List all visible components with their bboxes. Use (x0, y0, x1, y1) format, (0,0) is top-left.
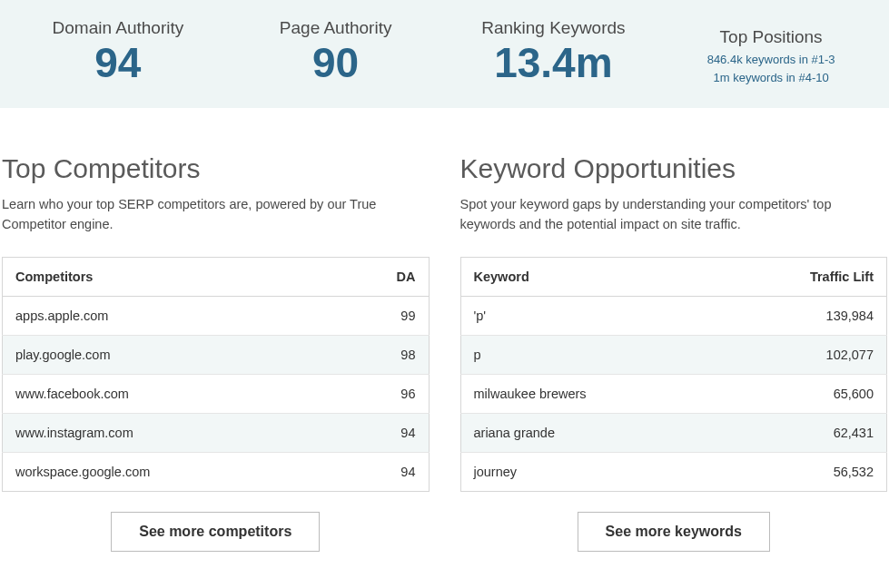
competitor-name: www.instagram.com (3, 413, 336, 452)
traffic-lift: 62,431 (719, 413, 886, 452)
metric-label: Page Authority (227, 18, 445, 38)
see-more-competitors-button[interactable]: See more competitors (111, 512, 320, 552)
section-desc: Spot your keyword gaps by understanding … (460, 195, 888, 235)
metric-label: Top Positions (662, 27, 880, 47)
keyword-name: 'p' (460, 296, 719, 335)
table-header-traffic-lift: Traffic Lift (719, 257, 886, 296)
metrics-banner: Domain Authority 94 Page Authority 90 Ra… (0, 0, 889, 108)
competitor-name: apps.apple.com (3, 296, 336, 335)
metric-domain-authority: Domain Authority 94 (9, 18, 227, 86)
keyword-name: journey (460, 452, 719, 491)
metric-value: 94 (9, 40, 227, 86)
metric-label: Domain Authority (9, 18, 227, 38)
competitor-da: 98 (335, 335, 429, 374)
see-more-keywords-button[interactable]: See more keywords (578, 512, 770, 552)
traffic-lift: 139,984 (719, 296, 886, 335)
metric-label: Ranking Keywords (445, 18, 663, 38)
competitor-name: play.google.com (3, 335, 336, 374)
table-row: apps.apple.com99 (3, 296, 430, 335)
traffic-lift: 56,532 (719, 452, 886, 491)
section-desc: Learn who your top SERP competitors are,… (2, 195, 430, 235)
section-title: Keyword Opportunities (460, 153, 888, 184)
competitor-name: workspace.google.com (3, 452, 336, 491)
table-row: ariana grande62,431 (460, 413, 887, 452)
top-positions-line1: 846.4k keywords in #1-3 (662, 51, 880, 69)
competitor-name: www.facebook.com (3, 374, 336, 413)
table-header-keyword: Keyword (460, 257, 719, 296)
metric-value: 13.4m (445, 40, 663, 86)
section-title: Top Competitors (2, 153, 430, 184)
competitor-da: 94 (335, 413, 429, 452)
table-row: journey56,532 (460, 452, 887, 491)
metric-value: 90 (227, 40, 445, 86)
table-row: www.facebook.com96 (3, 374, 430, 413)
traffic-lift: 65,600 (719, 374, 886, 413)
columns: Top Competitors Learn who your top SERP … (0, 108, 889, 570)
metric-top-positions: Top Positions 846.4k keywords in #1-3 1m… (662, 18, 880, 86)
competitor-da: 96 (335, 374, 429, 413)
competitors-table: Competitors DA apps.apple.com99play.goog… (2, 257, 430, 492)
table-row: milwaukee brewers65,600 (460, 374, 887, 413)
metric-ranking-keywords: Ranking Keywords 13.4m (445, 18, 663, 86)
table-row: p102,077 (460, 335, 887, 374)
top-positions-line2: 1m keywords in #4-10 (662, 69, 880, 87)
table-row: workspace.google.com94 (3, 452, 430, 491)
opportunities-section: Keyword Opportunities Spot your keyword … (460, 153, 888, 552)
traffic-lift: 102,077 (719, 335, 886, 374)
competitor-da: 99 (335, 296, 429, 335)
table-header-da: DA (335, 257, 429, 296)
competitor-da: 94 (335, 452, 429, 491)
metric-page-authority: Page Authority 90 (227, 18, 445, 86)
competitors-section: Top Competitors Learn who your top SERP … (2, 153, 430, 552)
table-header-competitors: Competitors (3, 257, 336, 296)
keyword-name: p (460, 335, 719, 374)
keyword-name: ariana grande (460, 413, 719, 452)
table-row: 'p'139,984 (460, 296, 887, 335)
table-row: play.google.com98 (3, 335, 430, 374)
opportunities-table: Keyword Traffic Lift 'p'139,984p102,077m… (460, 257, 888, 492)
keyword-name: milwaukee brewers (460, 374, 719, 413)
table-row: www.instagram.com94 (3, 413, 430, 452)
